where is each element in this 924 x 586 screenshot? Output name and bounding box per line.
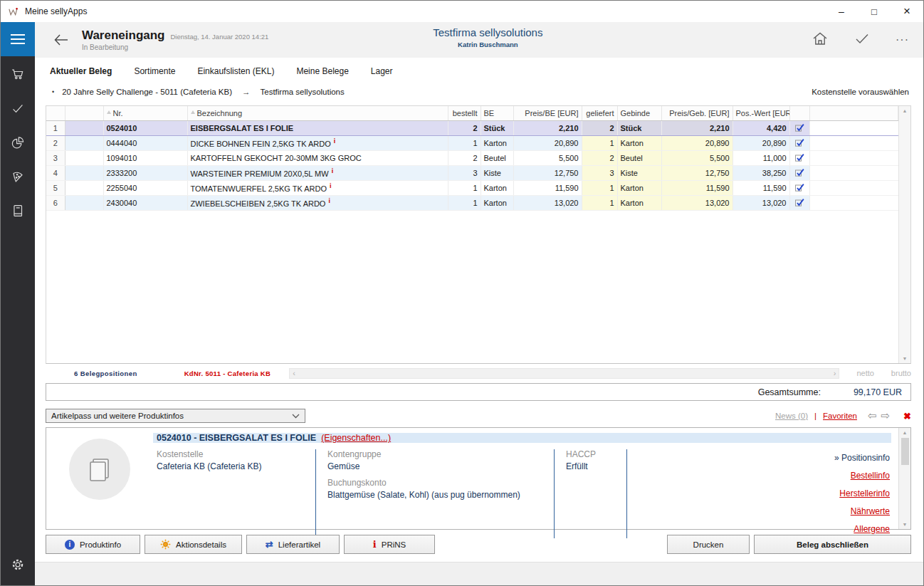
article-info-icon[interactable]: i: [334, 137, 336, 145]
beleg-abschliessen-button[interactable]: Beleg abschließen: [754, 535, 911, 554]
col-nr[interactable]: Nr.: [103, 106, 187, 120]
col-bezeichnung[interactable]: Bezeichnung: [187, 106, 448, 120]
breadcrumb-arrow-icon: →: [242, 88, 251, 96]
product-info-dropdown[interactable]: Artikelpass und weitere Produktinfos: [46, 409, 305, 423]
row-confirm-check-icon[interactable]: [789, 165, 809, 180]
next-arrow-icon[interactable]: ⇨: [881, 409, 895, 422]
nav-bestellinfo[interactable]: Bestellinfo: [767, 467, 890, 485]
col-be[interactable]: BE: [481, 106, 513, 120]
gear-icon[interactable]: [1, 548, 35, 581]
vertical-scrollbar[interactable]: ▲ ▼: [898, 106, 910, 363]
row-confirm-check-icon[interactable]: [789, 150, 809, 165]
col-preis-be[interactable]: Preis/BE [EUR]: [513, 106, 582, 120]
tab-einkaufslisten[interactable]: Einkaufslisten (EKL): [193, 65, 278, 78]
row-number: 2: [46, 135, 65, 150]
field-value: Blattgemüse (Salate, Kohl) (aus pug über…: [327, 490, 542, 500]
scroll-right-icon[interactable]: ›: [834, 370, 836, 377]
more-options-icon[interactable]: ···: [896, 36, 909, 43]
prins-button[interactable]: PRiNS: [344, 535, 435, 554]
pie-chart-icon[interactable]: [1, 125, 35, 159]
breadcrumb-target[interactable]: Testfirma sellysolutions: [261, 88, 345, 96]
article-name: ZWIEBELSCHEIBEN 2,5KG TK ARDOi: [187, 195, 448, 210]
row-number: 3: [46, 150, 65, 165]
panel-scrollbar[interactable]: ▲ ▼: [898, 428, 910, 529]
produktinfo-button[interactable]: Produktinfo: [46, 535, 140, 554]
lieferartikel-button[interactable]: Lieferartikel: [246, 535, 340, 554]
sidebar: [1, 22, 35, 585]
sun-icon: [160, 539, 171, 550]
table-row[interactable]: 3 1094010 KARTOFFELN GEKOCHT 20-30MM 3KG…: [46, 150, 898, 165]
scroll-up-icon[interactable]: ▲: [903, 430, 908, 435]
row-confirm-check-icon[interactable]: [789, 120, 809, 135]
minimize-button[interactable]: –: [825, 1, 858, 22]
scroll-up-icon[interactable]: ▲: [903, 108, 908, 113]
aktionsdetails-button[interactable]: Aktionsdetails: [145, 535, 242, 554]
properties-link[interactable]: (Eigenschaften...): [321, 433, 391, 443]
row-confirm-check-icon[interactable]: [789, 195, 809, 210]
horizontal-scrollbar[interactable]: ‹ ›: [289, 368, 839, 379]
row-confirm-check-icon[interactable]: [789, 180, 809, 195]
scroll-down-icon[interactable]: ▼: [903, 522, 908, 527]
cart-icon[interactable]: [1, 57, 35, 90]
scroll-down-icon[interactable]: ▼: [903, 356, 908, 361]
hamburger-menu-icon[interactable]: [1, 22, 35, 56]
action-button-bar: Produktinfo Aktionsdetails Lieferartikel…: [46, 535, 911, 554]
status-bar: 6 Belegpositionen KdNr. 5011 - Cafeteria…: [46, 365, 911, 381]
news-link[interactable]: News (0): [775, 412, 808, 420]
prev-arrow-icon[interactable]: ⇦: [868, 409, 881, 422]
tab-lager[interactable]: Lager: [367, 65, 397, 78]
nav-positionsinfo[interactable]: » Positionsinfo: [767, 449, 890, 467]
tab-aktueller-beleg[interactable]: Aktueller Beleg: [46, 65, 116, 78]
table-row[interactable]: 6 2430040 ZWIEBELSCHEIBEN 2,5KG TK ARDOi…: [46, 195, 898, 210]
book-icon[interactable]: [1, 194, 35, 227]
article-number: 1094010: [103, 150, 187, 165]
detail-article-title: 0524010 - EISBERGSALAT ES I FOLIE: [157, 433, 316, 443]
pizza-slice-icon[interactable]: [1, 159, 35, 193]
table-row[interactable]: 1 0524010 EISBERGSALAT ES I FOLIE 2 Stüc…: [46, 120, 898, 135]
row-confirm-check-icon[interactable]: [789, 135, 809, 150]
scroll-left-icon[interactable]: ‹: [293, 370, 295, 377]
article-info-icon[interactable]: i: [330, 182, 332, 189]
total-value: 99,170 EUR: [854, 387, 902, 397]
table-row[interactable]: 5 2255040 TOMATENWUERFEL 2,5KG TK ARDOi …: [46, 180, 898, 195]
checkmark-icon[interactable]: [1, 91, 35, 125]
brutto-toggle[interactable]: brutto: [891, 369, 911, 377]
company-name[interactable]: Testfirma sellysolutions: [433, 26, 542, 38]
user-name: Katrin Buschmann: [433, 41, 542, 48]
article-info-icon[interactable]: i: [332, 167, 334, 174]
drucken-button[interactable]: Drucken: [667, 535, 750, 554]
col-bestellt[interactable]: bestellt: [448, 106, 481, 120]
scrollbar-thumb[interactable]: [901, 438, 909, 465]
netto-toggle[interactable]: netto: [856, 369, 873, 377]
tab-sortimente[interactable]: Sortimente: [130, 65, 179, 78]
close-panel-icon[interactable]: ✖: [903, 411, 911, 422]
article-info-icon[interactable]: i: [328, 197, 330, 204]
col-status: [65, 106, 103, 120]
positions-count: 6 Belegpositionen: [74, 370, 137, 377]
article-number: 2430040: [103, 195, 187, 210]
col-preis-geb[interactable]: Preis/Geb. [EUR]: [661, 106, 733, 120]
close-button[interactable]: ×: [891, 1, 923, 22]
home-icon[interactable]: [812, 31, 829, 49]
col-geliefert[interactable]: geliefert: [582, 106, 617, 120]
total-bar: Gesamtsumme: 99,170 EUR: [46, 383, 911, 401]
col-check: [789, 106, 809, 120]
nav-naehrwerte[interactable]: Nährwerte: [767, 503, 890, 520]
app-window: Meine sellyApps – □ ×: [0, 0, 924, 586]
breadcrumb-document[interactable]: 20 Jahre Selly Challenge - 5011 (Cafeter…: [62, 88, 232, 96]
col-pos-wert[interactable]: Pos.-Wert [EUR]: [733, 106, 789, 120]
tab-meine-belege[interactable]: Meine Belege: [292, 65, 352, 78]
table-row[interactable]: 2 0444040 DICKE BOHNEN FEIN 2,5KG TK ARD…: [46, 135, 898, 150]
article-name: EISBERGSALAT ES I FOLIE: [187, 120, 448, 135]
preselect-cost-center-action[interactable]: Kostenstelle vorauswählen: [812, 88, 909, 96]
favorites-link[interactable]: Favoriten: [823, 412, 857, 420]
confirm-check-icon[interactable]: [854, 32, 870, 48]
article-name: KARTOFFELN GEKOCHT 20-30MM 3KG GROC: [187, 150, 448, 165]
maximize-button[interactable]: □: [858, 1, 891, 22]
back-arrow-icon[interactable]: [53, 33, 70, 47]
info-circle-icon: [65, 540, 75, 550]
col-gebinde[interactable]: Gebinde: [617, 106, 661, 120]
table-row[interactable]: 4 2333200 WARSTEINER PREMIUM 20X0,5L MWi…: [46, 165, 898, 180]
nav-herstellerinfo[interactable]: Herstellerinfo: [767, 485, 890, 503]
page-header: Wareneingang Dienstag, 14. Januar 2020 1…: [35, 22, 923, 58]
